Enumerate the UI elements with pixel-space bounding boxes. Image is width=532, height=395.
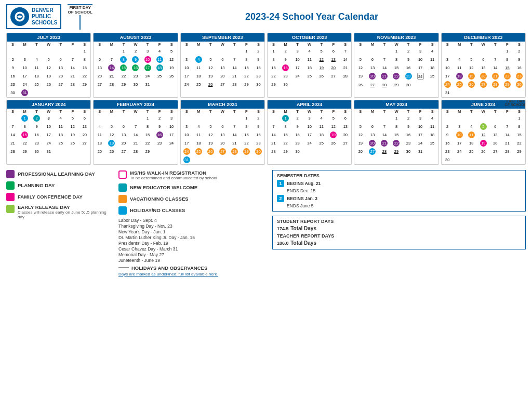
- month-header-march: MARCH 2024: [181, 100, 264, 109]
- legend-area: PROFESSIONAL LEARNING DAY PLANNING DAY F…: [6, 170, 526, 276]
- month-june-2024: JUNE 2024 SMTWTFS 1 2345678 910111213141…: [441, 100, 526, 165]
- planning-day-swatch: [6, 181, 15, 190]
- month-header-january: JANUARY 2024: [7, 100, 90, 109]
- teacher-days: 186.0 Total Days: [277, 239, 521, 246]
- month-february-2024: FEBRUARY 2024 SMTWTFS 123 45678910 11121…: [93, 100, 178, 165]
- month-march-2024: MARCH 2024 SMTWTFS 12 3456789 1011121314…: [180, 100, 265, 165]
- school-logo-icon: [10, 7, 29, 26]
- month-header-august: AUGUST 2023: [94, 33, 177, 42]
- observances-link[interactable]: Days are marked as underlined; full list…: [118, 272, 264, 276]
- professional-learning-label: PROFESSIONAL LEARNING DAY: [18, 171, 95, 177]
- legend-walkin-registration: MS/HS WALK-IN REGISTRATION To be determi…: [118, 170, 264, 180]
- holiday-swatch: [118, 206, 127, 215]
- first-day-line: [79, 15, 81, 30]
- legend-planning-day: PLANNING DAY: [6, 181, 110, 190]
- month-header-october: OCTOBER 2023: [268, 33, 351, 42]
- month-header-september: SEPTEMBER 2023: [181, 33, 264, 42]
- legend-right: SEMESTER DATES 1 BEGINS Aug. 21 ENDS Dec…: [272, 170, 526, 276]
- calendars-grid: JULY 2023 SMTWTFS 1 2345678 910111213141…: [6, 33, 526, 165]
- page: DENVER PUBLIC SCHOOLS FIRST DAYOF SCHOOL…: [0, 0, 532, 281]
- month-september-2023: SEPTEMBER 2023 SMTWTFS 12 3456789 101112…: [180, 33, 265, 98]
- semester-1-begins: 1 BEGINS Aug. 21: [277, 180, 521, 187]
- month-header-february: FEBRUARY 2024: [94, 100, 177, 109]
- month-july-2023: JULY 2023 SMTWTFS 1 2345678 910111213141…: [6, 33, 91, 98]
- student-days: 174.5 Total Days: [277, 224, 521, 232]
- month-may-2024: MAY 2024 SMTWTFS 1234 567891011 12131415…: [354, 100, 438, 165]
- legend-early-release: EARLY RELEASE DAY Classes will release e…: [6, 204, 110, 219]
- month-header-may: MAY 2024: [354, 100, 438, 109]
- early-release-swatch: [6, 205, 15, 213]
- professional-learning-swatch: [6, 170, 15, 178]
- month-january-2024: JANUARY 2024 SMTWTFS 123456 78910111213 …: [6, 100, 91, 165]
- first-day-annotation: FIRST DAYOF SCHOOL: [68, 4, 92, 30]
- new-educator-swatch: [118, 183, 127, 192]
- legend-middle: MS/HS WALK-IN REGISTRATION To be determi…: [118, 170, 264, 276]
- legend-vacation: VACATION/NO CLASSES: [118, 195, 264, 203]
- walkin-swatch: [118, 170, 127, 179]
- month-october-2023: OCTOBER 2023 SMTWTFS 1234567 89101112131…: [267, 33, 352, 98]
- school-name: DENVER PUBLIC SCHOOLS: [32, 7, 57, 26]
- holiday-list: Labor Day - Sept. 4 Thanksgiving Day - N…: [118, 218, 264, 263]
- observances-header: HOLIDAYS AND OBSERVANCES: [118, 265, 264, 271]
- logo-box: DENVER PUBLIC SCHOOLS: [6, 4, 61, 29]
- legend-left: PROFESSIONAL LEARNING DAY PLANNING DAY F…: [6, 170, 110, 276]
- legend-holiday: HOLIDAY/NO CLASSES: [118, 206, 264, 215]
- observances-line: [118, 267, 129, 268]
- vacation-swatch: [118, 195, 127, 203]
- family-conference-swatch: [6, 193, 15, 201]
- legend-family-conference: FAMILY CONFERENCE DAY: [6, 193, 110, 201]
- first-day-label: FIRST DAYOF SCHOOL: [68, 4, 92, 15]
- month-header-july: JULY 2023: [7, 33, 90, 42]
- page-title: 2023-24 School Year Calendar: [98, 11, 526, 22]
- header: DENVER PUBLIC SCHOOLS FIRST DAYOF SCHOOL…: [6, 4, 526, 30]
- month-november-2023: NOVEMBER 2023 SMTWTFS 1234 567891011 121…: [354, 33, 438, 98]
- month-header-april: APRIL 2024: [268, 100, 351, 109]
- report-days-box: STUDENT REPORT DAYS 174.5 Total Days TEA…: [272, 216, 526, 249]
- semester-2-begins: 2 BEGINS Jan. 3: [277, 195, 521, 202]
- last-day-label: LAST DAYOF SCHOOL: [504, 100, 526, 107]
- legend-new-educator: NEW EDUCATOR WELCOME: [118, 183, 264, 192]
- month-april-2024: APRIL 2024 SMTWTFS 123456 78910111213 14…: [267, 100, 352, 165]
- legend-professional-learning: PROFESSIONAL LEARNING DAY: [6, 170, 110, 178]
- month-header-december: DECEMBER 2023: [442, 33, 525, 42]
- month-december-2023: DECEMBER 2023 SMTWTFS 12 3456789 1011121…: [441, 33, 526, 98]
- month-august-2023: AUGUST 2023 SMTWTFS 12345 6789101112 131…: [93, 33, 178, 98]
- month-header-november: NOVEMBER 2023: [354, 33, 438, 42]
- semester-dates-box: SEMESTER DATES 1 BEGINS Aug. 21 ENDS Dec…: [272, 170, 526, 212]
